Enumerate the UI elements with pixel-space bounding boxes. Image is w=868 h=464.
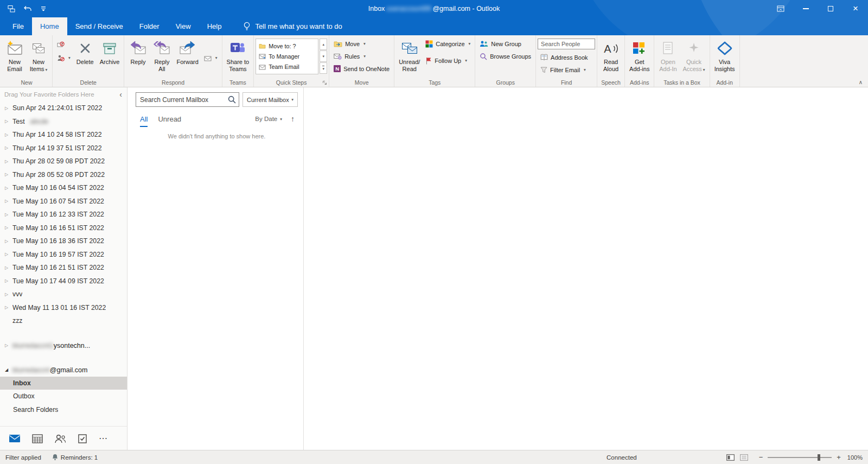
- folder-outbox[interactable]: Outbox: [0, 390, 127, 403]
- expand-arrow-icon[interactable]: ▷: [4, 186, 9, 190]
- reading-view-icon[interactable]: [726, 454, 735, 461]
- calendar-nav-icon[interactable]: [32, 434, 43, 443]
- search-input[interactable]: [136, 92, 239, 107]
- reminders-status[interactable]: Reminders: 1: [52, 454, 98, 461]
- quick-steps-scroll-up-icon[interactable]: ▴: [320, 39, 327, 50]
- normal-view-icon[interactable]: [740, 454, 748, 461]
- folder-row[interactable]: ▷Tue May 10 16 12 33 IST 2022: [0, 208, 127, 221]
- folder-row[interactable]: ▷Thu Apr 28 02 59 08 PDT 2022: [0, 155, 127, 168]
- send-to-onenote-button[interactable]: NSend to OneNote: [331, 63, 392, 74]
- folder-row[interactable]: ▷Tue May 10 17 44 09 IST 2022: [0, 275, 127, 288]
- quick-step-team-email[interactable]: Team Email: [259, 63, 315, 70]
- expand-arrow-icon[interactable]: ▷: [4, 252, 9, 257]
- zoom-level[interactable]: 100%: [847, 454, 863, 461]
- folder-row[interactable]: ▷Tue May 10 16 16 51 IST 2022: [0, 221, 127, 235]
- expand-arrow-icon[interactable]: ▷: [4, 145, 9, 150]
- mail-nav-icon[interactable]: [9, 434, 21, 443]
- browse-groups-button[interactable]: Browse Groups: [477, 50, 534, 62]
- expand-arrow-icon[interactable]: ▷: [4, 212, 9, 217]
- expand-arrow-icon[interactable]: ▷: [4, 278, 9, 283]
- folder-row[interactable]: ▷Testabcde: [0, 115, 127, 129]
- folder-row[interactable]: ▷Thu Apr 28 05 52 08 PDT 2022: [0, 168, 127, 182]
- rules-button[interactable]: Rules▾: [331, 50, 392, 62]
- collapse-arrow-icon[interactable]: ◢: [4, 367, 9, 372]
- folder-row[interactable]: ▷Thu Apr 14 19 37 51 IST 2022: [0, 142, 127, 155]
- filter-tab-unread[interactable]: Unread: [158, 115, 181, 123]
- send-receive-icon[interactable]: [8, 5, 15, 12]
- folder-row[interactable]: ▷Tue May 10 16 21 51 IST 2022: [0, 261, 127, 275]
- viva-insights-button[interactable]: Viva Insights: [712, 36, 738, 74]
- expand-arrow-icon[interactable]: ▷: [4, 292, 9, 297]
- quick-steps-dialog-launcher-icon[interactable]: [322, 80, 327, 85]
- folder-row[interactable]: ▷Thu Apr 14 10 24 58 IST 2022: [0, 128, 127, 142]
- junk-button[interactable]: ▾: [54, 52, 73, 63]
- new-group-button[interactable]: New Group: [477, 38, 534, 49]
- categorize-button[interactable]: Categorize▾: [423, 38, 473, 49]
- expand-arrow-icon[interactable]: ▷: [4, 265, 9, 270]
- minimize-button[interactable]: [793, 0, 818, 17]
- zoom-out-icon[interactable]: −: [759, 453, 763, 461]
- archive-button[interactable]: Archive: [97, 36, 123, 67]
- more-apps-icon[interactable]: ⋯: [99, 433, 108, 443]
- new-items-button[interactable]: New Items▾: [27, 36, 50, 75]
- zoom-slider[interactable]: [768, 457, 832, 458]
- minimize-folder-pane-icon[interactable]: ‹: [119, 90, 122, 99]
- delete-button[interactable]: Delete: [73, 36, 97, 67]
- quick-step-to-manager[interactable]: To Manager: [259, 53, 315, 60]
- sort-direction-icon[interactable]: ↑: [291, 115, 295, 123]
- unread-read-button[interactable]: Unread/ Read: [396, 36, 423, 74]
- expand-arrow-icon[interactable]: ▷: [4, 172, 9, 177]
- close-button[interactable]: ×: [843, 0, 868, 17]
- folder-row[interactable]: ▷Wed May 11 13 01 16 IST 2022: [0, 301, 127, 315]
- mailbox-scope-dropdown[interactable]: Current Mailbox ▾: [242, 92, 298, 107]
- people-nav-icon[interactable]: [54, 434, 66, 443]
- more-respond-actions-button[interactable]: ▾: [201, 52, 220, 63]
- tab-folder[interactable]: Folder: [131, 17, 168, 35]
- expand-arrow-icon[interactable]: ▷: [4, 199, 9, 204]
- share-to-teams-button[interactable]: Share to Teams: [224, 36, 252, 74]
- reply-all-button[interactable]: Reply All: [150, 36, 174, 74]
- follow-up-button[interactable]: Follow Up▾: [423, 55, 473, 66]
- expand-arrow-icon[interactable]: ▷: [4, 119, 9, 124]
- search-people-input[interactable]: [538, 39, 595, 49]
- tab-home[interactable]: Home: [32, 17, 67, 35]
- expand-arrow-icon[interactable]: ▷: [4, 225, 9, 230]
- folder-row[interactable]: ▷Tue May 10 16 04 54 IST 2022: [0, 181, 127, 195]
- quick-steps-more-icon[interactable]: ▾: [320, 62, 327, 74]
- filter-email-button[interactable]: Filter Email▾: [538, 64, 595, 75]
- expand-arrow-icon[interactable]: ▷: [4, 159, 9, 164]
- move-button[interactable]: Move▾: [331, 38, 392, 49]
- collapse-ribbon-icon[interactable]: ∧: [859, 79, 863, 85]
- sort-by-dropdown[interactable]: By Date▾: [255, 116, 282, 122]
- expand-arrow-icon[interactable]: ▷: [4, 106, 9, 111]
- customize-qat-icon[interactable]: [41, 5, 46, 12]
- tab-send-receive[interactable]: Send / Receive: [67, 17, 131, 35]
- ribbon-display-options-icon[interactable]: [768, 0, 793, 17]
- filter-tab-all[interactable]: All: [140, 115, 148, 123]
- quick-step-move-to[interactable]: Move to: ?: [259, 43, 315, 49]
- zoom-in-icon[interactable]: +: [837, 453, 841, 461]
- read-aloud-button[interactable]: A Read Aloud: [599, 36, 623, 74]
- folder-search-folders[interactable]: Search Folders: [0, 403, 127, 417]
- expand-arrow-icon[interactable]: ▷: [4, 132, 9, 137]
- expand-arrow-icon[interactable]: ▷: [4, 305, 9, 310]
- new-email-button[interactable]: New Email: [3, 36, 27, 74]
- search-icon[interactable]: [228, 96, 236, 104]
- filter-applied-status[interactable]: Filter applied: [5, 454, 41, 461]
- tasks-nav-icon[interactable]: [78, 434, 87, 443]
- tell-me-box[interactable]: Tell me what you want to do: [238, 17, 347, 35]
- folder-row[interactable]: ▷Sun Apr 24 21:24:01 IST 2022: [0, 101, 127, 115]
- undo-icon[interactable]: [24, 5, 32, 12]
- get-addins-button[interactable]: Get Add-ins: [627, 36, 652, 74]
- tab-help[interactable]: Help: [199, 17, 230, 35]
- folder-row[interactable]: ▷vvv: [0, 288, 127, 301]
- forward-button[interactable]: Forward: [174, 36, 201, 67]
- quick-steps-scroll-down-icon[interactable]: ▾: [320, 50, 327, 62]
- zoom-slider-handle[interactable]: [818, 454, 820, 461]
- reply-button[interactable]: Reply: [126, 36, 150, 67]
- account-row-gmail[interactable]: ◢ blurredaccnt@gmail.com: [0, 364, 127, 377]
- folder-row[interactable]: ▷Tue May 10 16 18 36 IST 2022: [0, 234, 127, 248]
- folder-row[interactable]: ▷Tue May 10 16 07 54 IST 2022: [0, 195, 127, 208]
- folder-row[interactable]: ▷Tue May 10 16 19 57 IST 2022: [0, 248, 127, 262]
- expand-arrow-icon[interactable]: ▷: [4, 343, 9, 348]
